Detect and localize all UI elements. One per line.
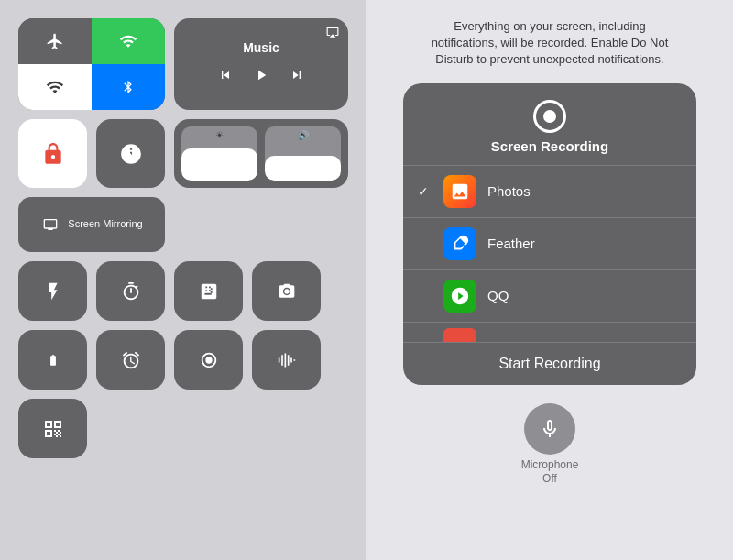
- cellular-toggle[interactable]: [92, 18, 165, 64]
- volume-icon: 🔊: [298, 130, 309, 140]
- utilities-row-2: [18, 330, 348, 390]
- rotation-lock-tile[interactable]: [18, 119, 87, 188]
- bluetooth-toggle[interactable]: [92, 64, 165, 110]
- second-row: ☀ 🔊: [18, 119, 348, 188]
- microphone-icon-circle: [524, 403, 575, 455]
- microphone-label: MicrophoneOff: [521, 458, 579, 487]
- utilities-row-1: [18, 261, 348, 321]
- photos-app-icon: [443, 175, 476, 208]
- svg-point-0: [284, 289, 289, 293]
- microphone-button[interactable]: MicrophoneOff: [521, 403, 579, 487]
- top-row: Music: [18, 18, 348, 110]
- recording-header: Screen Recording: [403, 83, 696, 165]
- brightness-slider[interactable]: ☀: [181, 126, 257, 181]
- qq-app-name: QQ: [487, 288, 509, 303]
- app-list: ✓ Photos ✓ Feather: [403, 165, 696, 342]
- battery-tile[interactable]: [18, 330, 87, 390]
- waveform-tile[interactable]: [252, 330, 321, 390]
- screen-record-tile[interactable]: [174, 330, 243, 390]
- flashlight-tile[interactable]: [18, 261, 87, 321]
- music-title: Music: [243, 40, 279, 55]
- app-item-photos[interactable]: ✓ Photos: [403, 165, 696, 217]
- recording-popup: Screen Recording ✓ Photos ✓: [403, 83, 696, 385]
- camera-tile[interactable]: [252, 261, 321, 321]
- screen-mirror-tile[interactable]: Screen Mirroring: [18, 197, 165, 252]
- volume-slider[interactable]: 🔊: [265, 126, 341, 181]
- info-text: Everything on your screen, including not…: [421, 18, 678, 69]
- brightness-icon: ☀: [215, 130, 224, 140]
- app-item-feather[interactable]: ✓ Feather: [403, 217, 696, 269]
- calculator-tile[interactable]: [174, 261, 243, 321]
- alarm-tile[interactable]: [96, 330, 165, 390]
- prev-button[interactable]: [216, 68, 235, 87]
- next-button[interactable]: [288, 68, 306, 87]
- screen-mirror-row: Screen Mirroring: [18, 197, 348, 252]
- qq-app-icon: [443, 280, 476, 313]
- music-tile[interactable]: Music: [174, 18, 348, 110]
- timer-tile[interactable]: [96, 261, 165, 321]
- do-not-disturb-tile[interactable]: [96, 119, 165, 188]
- screen-mirror-label: Screen Mirroring: [68, 218, 142, 230]
- feather-app-name: Feather: [487, 236, 535, 251]
- partial-app-row: ✓: [403, 322, 696, 342]
- airplane-mode-toggle[interactable]: [18, 18, 92, 64]
- start-recording-button[interactable]: Start Recording: [403, 342, 696, 385]
- partial-app-icon: [443, 328, 476, 342]
- check-mark-photos: ✓: [418, 184, 432, 199]
- record-icon: [533, 100, 566, 133]
- sliders-block: ☀ 🔊: [174, 119, 348, 188]
- control-center-panel: Music: [0, 0, 366, 560]
- record-dot: [543, 110, 556, 123]
- recording-title: Screen Recording: [491, 138, 608, 154]
- airplay-icon[interactable]: [326, 26, 339, 41]
- play-button[interactable]: [253, 66, 269, 89]
- photos-app-name: Photos: [487, 183, 531, 199]
- qr-tile[interactable]: [18, 399, 87, 458]
- feather-app-icon: [443, 227, 476, 260]
- wifi-toggle[interactable]: [18, 64, 92, 110]
- bottom-row: [18, 399, 348, 458]
- start-recording-label: Start Recording: [498, 356, 600, 372]
- screen-recording-panel: Everything on your screen, including not…: [366, 0, 733, 560]
- app-item-qq[interactable]: ✓ QQ: [403, 269, 696, 322]
- svg-point-2: [205, 357, 212, 363]
- music-controls: [216, 66, 306, 89]
- connectivity-block: [18, 18, 165, 110]
